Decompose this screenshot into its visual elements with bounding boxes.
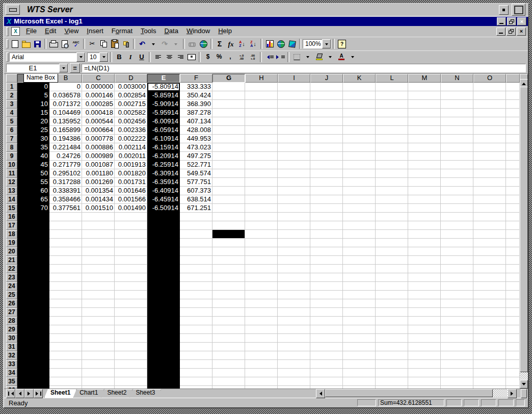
cell-N25[interactable]	[441, 291, 473, 299]
cell-partial-15[interactable]	[506, 204, 520, 213]
cell-K5[interactable]	[343, 117, 376, 126]
first-sheet-button[interactable]	[6, 389, 15, 398]
cell-C1[interactable]: 0.000000	[82, 83, 115, 91]
cell-I3[interactable]	[278, 100, 310, 109]
cell-N20[interactable]	[441, 247, 473, 256]
spelling-button[interactable]: ABC✓	[70, 39, 82, 49]
cell-E33[interactable]	[147, 360, 180, 369]
cell-B33[interactable]	[49, 360, 82, 369]
cell-H34[interactable]	[245, 369, 278, 377]
cell-G28[interactable]	[212, 317, 245, 325]
column-header-n[interactable]: N	[441, 74, 473, 83]
cell-B3[interactable]: 0.071372	[49, 100, 82, 109]
cell-J8[interactable]	[310, 143, 343, 152]
cell-O19[interactable]	[473, 239, 506, 247]
print-preview-button[interactable]	[59, 39, 70, 49]
cell-N16[interactable]	[441, 213, 473, 221]
cell-F16[interactable]	[180, 213, 212, 221]
cell-O22[interactable]	[473, 265, 506, 273]
cell-J21[interactable]	[310, 256, 343, 265]
cell-D10[interactable]: 0.001913	[115, 161, 147, 169]
cell-F18[interactable]	[180, 230, 212, 239]
cell-J16[interactable]	[310, 213, 343, 221]
row-header-23[interactable]: 23	[6, 273, 17, 282]
cell-E30[interactable]	[147, 334, 180, 343]
cell-F8[interactable]: 473.023	[180, 143, 212, 152]
column-header-k[interactable]: K	[343, 74, 376, 83]
cell-M28[interactable]	[408, 317, 441, 325]
cell-L26[interactable]	[376, 299, 408, 308]
cell-N19[interactable]	[441, 239, 473, 247]
cell-G9[interactable]	[212, 152, 245, 161]
menu-window[interactable]: Window	[182, 27, 214, 36]
cell-C26[interactable]	[82, 299, 115, 308]
cell-E11[interactable]: -6.30914	[147, 169, 180, 178]
cell-J24[interactable]	[310, 282, 343, 291]
help-button[interactable]: ?	[336, 39, 348, 49]
cell-A35[interactable]	[17, 377, 49, 386]
cell-O14[interactable]	[473, 195, 506, 204]
cell-G18[interactable]	[212, 230, 245, 239]
cell-C14[interactable]: 0.001434	[82, 195, 115, 204]
cell-F12[interactable]: 577.751	[180, 178, 212, 187]
cell-I8[interactable]	[278, 143, 310, 152]
sheet-tab-sheet2[interactable]: Sheet2	[101, 389, 132, 398]
row-header-32[interactable]: 32	[6, 351, 17, 360]
cell-K8[interactable]	[343, 143, 376, 152]
cell-D2[interactable]: 0.002854	[115, 91, 147, 100]
cell-I23[interactable]	[278, 273, 310, 282]
sheet-tab-sheet1[interactable]: Sheet1	[44, 389, 76, 398]
cell-B16[interactable]	[49, 213, 82, 221]
cell-M22[interactable]	[408, 265, 441, 273]
cell-partial-16[interactable]	[506, 213, 520, 221]
cell-K9[interactable]	[343, 152, 376, 161]
cell-J30[interactable]	[310, 334, 343, 343]
cell-partial-34[interactable]	[506, 369, 520, 377]
cell-N3[interactable]	[441, 100, 473, 109]
cell-L27[interactable]	[376, 308, 408, 317]
cell-H9[interactable]	[245, 152, 278, 161]
row-header-33[interactable]: 33	[6, 360, 17, 369]
zoom-dropdown-button[interactable]	[322, 39, 331, 48]
cell-M31[interactable]	[408, 343, 441, 351]
cell-G23[interactable]	[212, 273, 245, 282]
cell-A27[interactable]	[17, 308, 49, 317]
cell-D19[interactable]	[115, 239, 147, 247]
cell-I13[interactable]	[278, 187, 310, 195]
save-button[interactable]	[32, 39, 43, 49]
column-header-f[interactable]: F	[180, 74, 212, 83]
cell-B34[interactable]	[49, 369, 82, 377]
next-sheet-button[interactable]	[24, 389, 34, 398]
cell-E8[interactable]: -6.15914	[147, 143, 180, 152]
cell-A8[interactable]: 35	[17, 143, 49, 152]
row-header-7[interactable]: 7	[6, 135, 17, 143]
cell-N30[interactable]	[441, 334, 473, 343]
cell-H4[interactable]	[245, 109, 278, 117]
cell-A32[interactable]	[17, 351, 49, 360]
cell-I22[interactable]	[278, 265, 310, 273]
cell-H6[interactable]	[245, 126, 278, 135]
cell-I26[interactable]	[278, 299, 310, 308]
cell-M7[interactable]	[408, 135, 441, 143]
cell-C13[interactable]: 0.001354	[82, 187, 115, 195]
cell-C17[interactable]	[82, 221, 115, 230]
row-header-4[interactable]: 4	[6, 109, 17, 117]
cell-F27[interactable]	[180, 308, 212, 317]
row-header-14[interactable]: 14	[6, 195, 17, 204]
cell-O15[interactable]	[473, 204, 506, 213]
cell-L24[interactable]	[376, 282, 408, 291]
cell-E19[interactable]	[147, 239, 180, 247]
cell-K20[interactable]	[343, 247, 376, 256]
cell-M33[interactable]	[408, 360, 441, 369]
cell-K32[interactable]	[343, 351, 376, 360]
cell-G15[interactable]	[212, 204, 245, 213]
cell-B22[interactable]	[49, 265, 82, 273]
cell-O5[interactable]	[473, 117, 506, 126]
cell-B9[interactable]: 0.24726	[49, 152, 82, 161]
cell-D22[interactable]	[115, 265, 147, 273]
cell-E31[interactable]	[147, 343, 180, 351]
cell-N17[interactable]	[441, 221, 473, 230]
cell-A28[interactable]	[17, 317, 49, 325]
cell-H7[interactable]	[245, 135, 278, 143]
sort-descending-button[interactable]: ZA ↓	[248, 39, 259, 49]
